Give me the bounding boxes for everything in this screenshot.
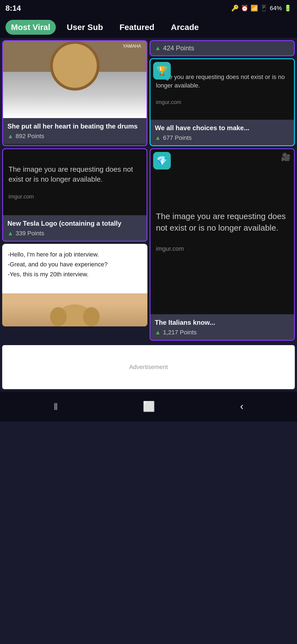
status-bar: 8:14 🔑 ⏰ 📶 📱 64% 🔋 (0, 0, 297, 17)
italians-image: The image you are requesting does not ex… (150, 149, 294, 314)
choices-points: ▲ 677 Points (155, 134, 290, 141)
key-icon: 🔑 (231, 5, 239, 12)
bottom-nav: ⦀ ⬜ ‹ (0, 391, 297, 422)
video-icon: 🎥 (281, 152, 291, 162)
wifi-icon: 📶 (251, 5, 258, 12)
choices-title: We all have choices to make... (155, 124, 290, 132)
status-time: 8:14 (6, 4, 21, 13)
battery-level: 64% (270, 5, 282, 12)
card-badge-diamond: 💎 (153, 152, 171, 170)
drums-title: She put all her heart in beating the dru… (7, 122, 142, 130)
diamond-icon: 💎 (156, 155, 167, 166)
upvote-icon-top: ▲ (155, 45, 161, 52)
drums-points: ▲ 892 Points (7, 133, 142, 140)
italians-points: ▲ 1,217 Points (155, 329, 290, 336)
ad-placeholder: Advertisement (129, 364, 168, 371)
card-interview[interactable]: -Hello, I'm here for a job interview. -G… (2, 244, 147, 326)
upvote-icon-italians: ▲ (155, 329, 161, 336)
italians-caption: The Italians know... ▲ 1,217 Points (150, 314, 294, 340)
upvote-icon-tesla: ▲ (7, 230, 13, 237)
battery-icon: 🔋 (284, 5, 292, 12)
tesla-image: The image you are requesting does not ex… (3, 149, 147, 215)
partial-top-points: ▲ 424 Points (150, 40, 295, 56)
choices-caption: We all have choices to make... ▲ 677 Poi… (150, 120, 294, 145)
nav-menu-button[interactable]: ⦀ (54, 401, 58, 412)
choices-image: image you are requesting does not exist … (150, 59, 294, 120)
upvote-icon: ▲ (7, 133, 13, 140)
tesla-title: New Tesla Logo (containing a totally (7, 219, 142, 228)
card-choices[interactable]: 🏆 image you are requesting does not exis… (150, 58, 295, 146)
tab-featured[interactable]: Featured (114, 20, 160, 35)
nav-back-button[interactable]: ‹ (240, 401, 243, 412)
status-icons: 🔑 ⏰ 📶 📱 64% 🔋 (231, 5, 292, 12)
tesla-points: ▲ 339 Points (7, 230, 142, 237)
tab-most-viral[interactable]: Most Viral (6, 20, 56, 35)
italians-title: The Italians know... (155, 318, 290, 327)
top-points-value: 424 Points (163, 44, 194, 52)
card-italians[interactable]: 💎 🎥 The image you are requesting does no… (150, 148, 295, 341)
interview-body: -Hello, I'm here for a job interview. -G… (2, 244, 147, 293)
card-tesla[interactable]: The image you are requesting does not ex… (2, 148, 147, 242)
ad-banner: Advertisement (2, 345, 295, 389)
trophy-icon: 🏆 (156, 66, 167, 76)
tab-arcade[interactable]: Arcade (165, 20, 204, 35)
tesla-caption: New Tesla Logo (containing a totally ▲ 3… (3, 215, 147, 241)
card-badge-gold: 🏆 (153, 62, 171, 80)
interview-text: -Hello, I'm here for a job interview. -G… (8, 251, 108, 278)
nav-home-button[interactable]: ⬜ (143, 401, 155, 412)
card-drums[interactable]: YAMAHA She put all her heart in beating … (2, 40, 147, 146)
alarm-icon: ⏰ (241, 5, 248, 12)
nav-tabs: Most Viral User Sub Featured Arcade (0, 17, 297, 38)
dog-ears (58, 304, 91, 326)
upvote-icon-choices: ▲ (155, 134, 161, 141)
tab-user-sub[interactable]: User Sub (61, 20, 109, 35)
dog-image (2, 293, 147, 326)
drums-caption: She put all her heart in beating the dru… (3, 118, 147, 144)
content-area: YAMAHA She put all her heart in beating … (0, 38, 297, 343)
signal-icon: 📱 (260, 5, 268, 12)
